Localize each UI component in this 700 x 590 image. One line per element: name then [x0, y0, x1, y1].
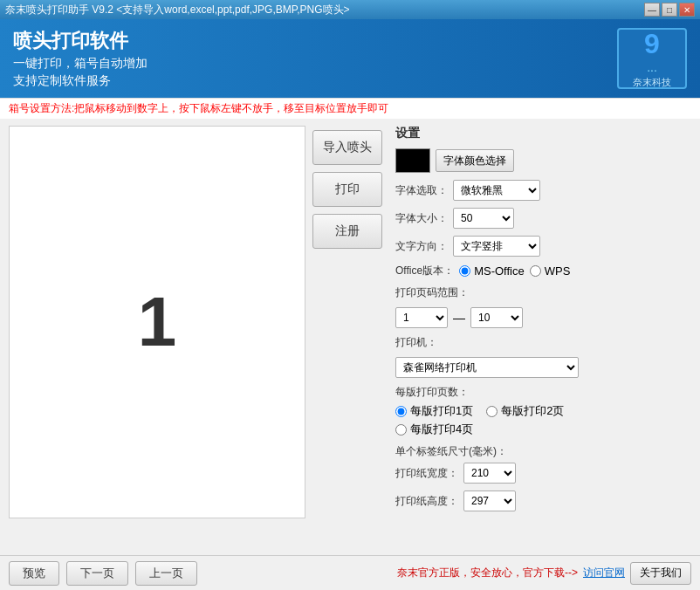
print-button[interactable]: 打印: [312, 172, 382, 207]
preview-area: 1: [9, 126, 305, 518]
preview-button[interactable]: 预览: [9, 561, 59, 586]
paper-height-row: 打印纸高度： 297 210 148 100: [395, 491, 687, 511]
wps-radio[interactable]: [530, 265, 541, 277]
printer-label: 打印机：: [395, 335, 437, 350]
ms-office-radio[interactable]: [459, 265, 470, 277]
pages-1-group: 每版打印1页: [395, 403, 473, 419]
pages-4-radio[interactable]: [395, 424, 407, 436]
color-row: 字体颜色选择: [395, 148, 687, 173]
logo-dots: ...: [647, 60, 657, 74]
pages-options: 每版打印1页 每版打印2页 每版打印4页: [395, 403, 687, 437]
color-choose-button[interactable]: 字体颜色选择: [436, 149, 514, 172]
font-label: 字体选取：: [395, 183, 448, 198]
text-dir-row: 文字方向： 文字竖排 文字横排: [395, 236, 687, 257]
title-bar: 奈末喷头打印助手 V9.2 <支持导入word,excel,ppt,pdf,JP…: [0, 0, 700, 19]
pages-4-group: 每版打印4页: [395, 422, 473, 437]
next-page-button[interactable]: 下一页: [66, 561, 128, 586]
printer-row: 森雀网络打印机 Microsoft Print to PDF: [395, 357, 687, 378]
settings-title: 设置: [395, 126, 687, 141]
printer-select[interactable]: 森雀网络打印机 Microsoft Print to PDF: [395, 357, 579, 378]
minimize-button[interactable]: —: [644, 3, 660, 17]
visit-site-link[interactable]: 访问官网: [583, 566, 625, 580]
print-range-label-row: 打印页码范围：: [395, 285, 687, 300]
pages-row-1: 每版打印1页 每版打印2页: [395, 403, 687, 419]
promo-text: 奈末官方正版，安全放心，官方下载-->: [397, 566, 578, 580]
range-to-select[interactable]: 10 20 30 40 50: [470, 307, 523, 328]
hint-text: 箱号设置方法:把鼠标移动到数字上，按下鼠标左键不放手，移至目标位置放手即可: [9, 102, 388, 114]
bottom-bar: 预览 下一页 上一页 奈末官方正版，安全放心，官方下载--> 访问官网 关于我们: [0, 555, 700, 590]
office-label: Office版本：: [395, 264, 454, 278]
font-select[interactable]: 微软雅黑 宋体 黑体 楷体: [453, 180, 540, 201]
left-buttons: 导入喷头 打印 注册: [312, 126, 382, 518]
header-title-line3: 支持定制软件服务: [13, 73, 148, 89]
right-panel: 设置 字体颜色选择 字体选取： 微软雅黑 宋体 黑体 楷体 字体大小： 30 4…: [391, 126, 691, 518]
pages-1-radio[interactable]: [395, 406, 407, 417]
text-dir-label: 文字方向：: [395, 239, 448, 254]
pages-per-sheet-label: 每版打印页数：: [395, 385, 687, 400]
logo-number: 9: [644, 28, 660, 60]
ms-office-label[interactable]: MS-Office: [474, 264, 525, 278]
main-content: 1 导入喷头 打印 注册 设置 字体颜色选择 字体选取： 微软雅黑 宋体 黑体 …: [0, 119, 700, 525]
header-title-line1: 喷头打印软件: [13, 28, 148, 54]
paper-section: 单个标签纸尺寸(毫米)： 打印纸宽度： 210 148 100 75 打印纸高度…: [395, 444, 687, 511]
pages-row-2: 每版打印4页: [395, 422, 687, 437]
font-name-row: 字体选取： 微软雅黑 宋体 黑体 楷体: [395, 180, 687, 201]
range-separator: —: [453, 311, 465, 325]
pages-1-label[interactable]: 每版打印1页: [410, 403, 473, 419]
prev-page-button[interactable]: 上一页: [135, 561, 197, 586]
left-panel: 1 导入喷头 打印 注册: [9, 126, 382, 518]
paper-width-label: 打印纸宽度：: [395, 466, 458, 481]
bottom-left-buttons: 预览 下一页 上一页: [9, 561, 197, 586]
pages-2-label[interactable]: 每版打印2页: [501, 403, 564, 419]
font-size-select[interactable]: 30 40 50 60 72 80 100: [453, 208, 514, 229]
import-button[interactable]: 导入喷头: [312, 130, 382, 165]
logo-name: 奈末科技: [633, 76, 671, 89]
maximize-button[interactable]: □: [662, 3, 677, 17]
office-row: Office版本： MS-Office WPS: [395, 264, 687, 278]
print-range-label: 打印页码范围：: [395, 285, 469, 300]
paper-height-label: 打印纸高度：: [395, 494, 458, 509]
color-preview-box[interactable]: [395, 148, 430, 173]
register-button[interactable]: 注册: [312, 214, 382, 249]
paper-height-select[interactable]: 297 210 148 100: [463, 491, 516, 511]
ms-office-radio-group: MS-Office: [459, 264, 525, 278]
close-button[interactable]: ✕: [679, 3, 695, 17]
preview-page-number: 1: [138, 282, 177, 362]
pages-4-label[interactable]: 每版打印4页: [410, 422, 473, 437]
title-text: 奈末喷头打印助手 V9.2 <支持导入word,excel,ppt,pdf,JP…: [5, 3, 350, 17]
paper-width-select[interactable]: 210 148 100 75: [463, 463, 516, 484]
header: 喷头打印软件 一键打印，箱号自动增加 支持定制软件服务 9 ... 奈末科技: [0, 19, 700, 98]
range-from-select[interactable]: 1 2 3 4 5: [395, 307, 448, 328]
about-button[interactable]: 关于我们: [630, 562, 691, 585]
logo: 9 ... 奈末科技: [617, 28, 687, 89]
wps-label[interactable]: WPS: [545, 264, 571, 278]
header-text: 喷头打印软件 一键打印，箱号自动增加 支持定制软件服务: [13, 28, 148, 89]
print-range-row: 1 2 3 4 5 — 10 20 30 40 50: [395, 307, 687, 328]
pages-2-radio[interactable]: [486, 406, 498, 417]
hint-bar: 箱号设置方法:把鼠标移动到数字上，按下鼠标左键不放手，移至目标位置放手即可: [0, 98, 700, 119]
title-bar-buttons: — □ ✕: [644, 3, 695, 17]
font-size-label: 字体大小：: [395, 211, 448, 226]
printer-label-row: 打印机：: [395, 335, 687, 350]
wps-radio-group: WPS: [530, 264, 571, 278]
pages-2-group: 每版打印2页: [486, 403, 564, 419]
paper-label: 单个标签纸尺寸(毫米)：: [395, 444, 687, 459]
text-dir-select[interactable]: 文字竖排 文字横排: [453, 236, 540, 257]
pages-per-sheet-section: 每版打印页数： 每版打印1页 每版打印2页 每版打印4页: [395, 385, 687, 437]
bottom-right-area: 奈末官方正版，安全放心，官方下载--> 访问官网 关于我们: [397, 562, 691, 585]
paper-width-row: 打印纸宽度： 210 148 100 75: [395, 463, 687, 484]
header-title-line2: 一键打印，箱号自动增加: [13, 56, 148, 72]
font-size-row: 字体大小： 30 40 50 60 72 80 100: [395, 208, 687, 229]
